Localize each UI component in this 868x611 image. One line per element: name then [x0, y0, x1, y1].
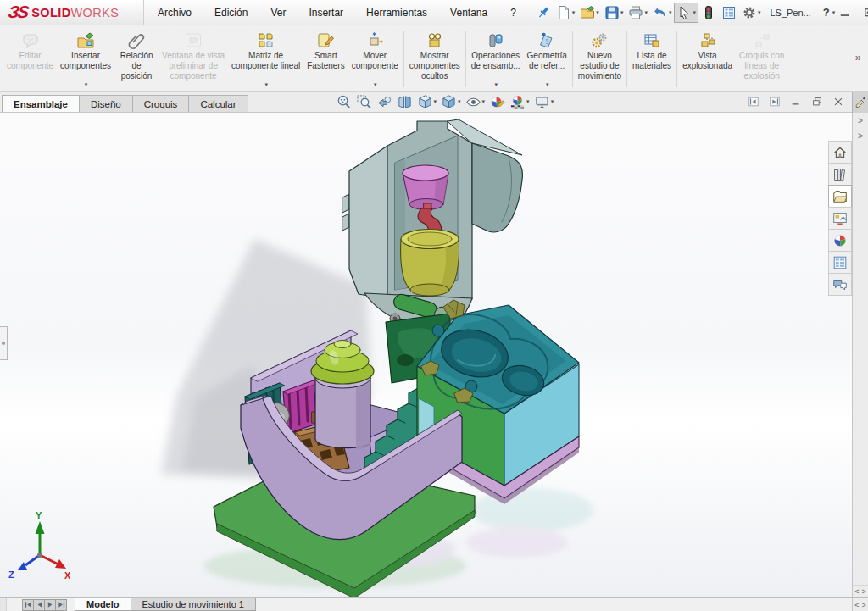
menu-item-herramientas[interactable]: Herramientas: [366, 7, 427, 19]
scroll-right-icon[interactable]: >: [862, 587, 866, 596]
edit-appearance-button[interactable]: [489, 94, 505, 110]
model-yellow-cup[interactable]: [401, 230, 459, 297]
previous-document-button[interactable]: [748, 96, 760, 108]
bottom-tab-estudio-de-movimiento-1[interactable]: Estudio de movimiento 1: [131, 598, 256, 611]
new-document-button[interactable]: ▾: [554, 3, 578, 23]
rebuild-traffic-light-button[interactable]: [698, 3, 719, 23]
task-pane-design-library-button[interactable]: [828, 163, 852, 186]
ribbon-button-mostrar-componentes-ocultos[interactable]: Mostrar componentes ocultos: [406, 27, 464, 91]
tab-croquis[interactable]: Croquis: [132, 95, 190, 112]
task-pane-forum-button[interactable]: [828, 273, 852, 296]
settings-gear-button[interactable]: ▾: [739, 3, 764, 23]
ribbon-button-lista-de-materiales[interactable]: Lista de materiales: [629, 27, 675, 91]
ribbon-button-mover-componente[interactable]: Mover componente▾: [348, 27, 402, 91]
ribbon-button-operaciones-de-ensamblaje[interactable]: Operaciones de ensamb...▾: [468, 27, 524, 91]
tab-ensamblaje[interactable]: Ensamblaje: [2, 95, 80, 112]
featuremanager-collapsed-handle[interactable]: [0, 326, 8, 360]
mate-paperclip-icon: [127, 30, 146, 51]
hide-show-items-icon: [465, 94, 481, 110]
dropdown-arrow-icon[interactable]: ▾: [546, 81, 549, 90]
select-arrow-button[interactable]: ▾: [674, 3, 698, 23]
minimize-document-button[interactable]: [790, 96, 802, 108]
bottom-corner: [0, 598, 7, 611]
menu-item-edición[interactable]: Edición: [214, 7, 248, 19]
view-settings-button[interactable]: ▾: [534, 94, 554, 110]
scroll-left-icon[interactable]: <: [854, 601, 859, 609]
nav-last-button[interactable]: [55, 599, 67, 611]
dropdown-arrow-icon[interactable]: ▾: [85, 81, 88, 90]
ribbon-button-nuevo-estudio-de-movimiento[interactable]: Nuevo estudio de movimiento: [575, 27, 625, 91]
menu-item-insertar[interactable]: Insertar: [309, 7, 343, 19]
3d-model-assembly[interactable]: Y X Z: [0, 113, 868, 597]
dropdown-arrow-icon[interactable]: ▾: [264, 81, 268, 90]
model-tower[interactable]: [311, 341, 374, 450]
new-motion-study-icon: [590, 30, 609, 51]
task-pane-pencil-icon: [854, 96, 867, 108]
hide-show-items-button[interactable]: ▾: [465, 94, 486, 110]
task-pane-view-palette-button[interactable]: [828, 207, 852, 230]
ribbon-button-matriz-componente-lineal[interactable]: Matriz de componente lineal▾: [228, 27, 303, 91]
ribbon-button-label: Ventana de vista preliminar de component…: [162, 51, 225, 81]
scroll-right-icon[interactable]: >: [862, 601, 866, 609]
ribbon-button-relacion-de-posicion[interactable]: Relación de posición: [114, 27, 159, 91]
ribbon-button-label: Geometría de refer...: [527, 51, 567, 71]
rebuild-traffic-light-icon: [701, 5, 716, 20]
title-bar: ЗS SOLIDWORKS ArchivoEdiciónVerInsertarH…: [0, 0, 868, 25]
bottom-right-scroll[interactable]: < >: [852, 598, 868, 611]
previous-view-button[interactable]: [376, 94, 392, 110]
options-list-button[interactable]: [719, 3, 739, 23]
tab-calcular[interactable]: Calcular: [188, 95, 248, 112]
apply-scene-button[interactable]: ▾: [509, 94, 530, 110]
nav-next-button[interactable]: [44, 599, 56, 611]
section-view-button[interactable]: [397, 94, 413, 110]
menu-item-[interactable]: ?: [510, 7, 516, 19]
open-button[interactable]: ▾: [577, 3, 602, 23]
task-pane-tab[interactable]: [852, 92, 868, 113]
undo-button[interactable]: ▾: [650, 3, 675, 23]
ribbon-button-smart-fasteners[interactable]: Smart Fasteners: [303, 27, 348, 91]
ribbon-button-vista-explosionada[interactable]: Vista explosionada: [679, 27, 736, 91]
zoom-to-fit-button[interactable]: [336, 94, 352, 110]
span-displays-button[interactable]: [860, 4, 868, 21]
ribbon-button-geometria-de-referencia[interactable]: Geometría de refer...▾: [524, 27, 570, 91]
task-pane-home-button[interactable]: [828, 141, 852, 164]
restore-document-button[interactable]: [811, 96, 823, 108]
help-menu[interactable]: ?: [823, 6, 830, 19]
section-view-icon: [397, 94, 413, 110]
menu-item-archivo[interactable]: Archivo: [158, 7, 192, 19]
display-style-button[interactable]: ▾: [441, 94, 461, 110]
save-button[interactable]: ▾: [602, 3, 626, 23]
task-pane-appearances-button[interactable]: [828, 229, 852, 252]
view-orientation-button[interactable]: ▾: [417, 94, 437, 110]
pin-button[interactable]: [533, 3, 554, 23]
print-button[interactable]: ▾: [626, 3, 650, 23]
task-pane-custom-properties-button[interactable]: [828, 251, 852, 274]
tab-diseño[interactable]: Diseño: [79, 95, 133, 112]
tab-bar-empty-area: [255, 598, 852, 611]
ribbon-button-insertar-componentes[interactable]: Insertar componentes▾: [57, 27, 114, 91]
task-pane-expand-chevron[interactable]: >: [853, 113, 868, 128]
scroll-left-icon[interactable]: <: [854, 587, 859, 596]
ribbon-overflow-chevron[interactable]: »: [855, 51, 861, 64]
menu-item-ventana[interactable]: Ventana: [450, 7, 487, 19]
bottom-tab-modelo[interactable]: Modelo: [75, 598, 131, 611]
command-tab-row: EnsamblajeDiseñoCroquisCalcular ▾▾▾▾▾: [0, 92, 868, 113]
dropdown-arrow-icon[interactable]: ▾: [494, 81, 498, 90]
dropdown-arrow-icon[interactable]: ▾: [374, 81, 377, 90]
nav-previous-button[interactable]: [33, 599, 45, 611]
task-pane-scroll-row[interactable]: < >: [853, 585, 868, 597]
graphics-area[interactable]: Y X Z > > < >: [0, 113, 868, 597]
task-pane-file-explorer-button[interactable]: [828, 185, 852, 208]
apply-scene-icon: [509, 94, 526, 110]
zoom-to-area-button[interactable]: [356, 94, 372, 110]
menu-item-ver[interactable]: Ver: [270, 7, 286, 19]
ribbon-button-label: Vista explosionada: [682, 51, 732, 71]
document-name[interactable]: LS_Pen...: [770, 8, 810, 18]
minimize-button[interactable]: [835, 4, 854, 21]
close-document-button[interactable]: [832, 96, 844, 108]
assembly-features-icon: [487, 30, 505, 51]
nav-first-button[interactable]: [22, 599, 34, 611]
settings-gear-icon: [742, 5, 757, 20]
task-pane-expand-chevron-2[interactable]: >: [853, 128, 868, 143]
next-document-button[interactable]: [769, 96, 781, 108]
